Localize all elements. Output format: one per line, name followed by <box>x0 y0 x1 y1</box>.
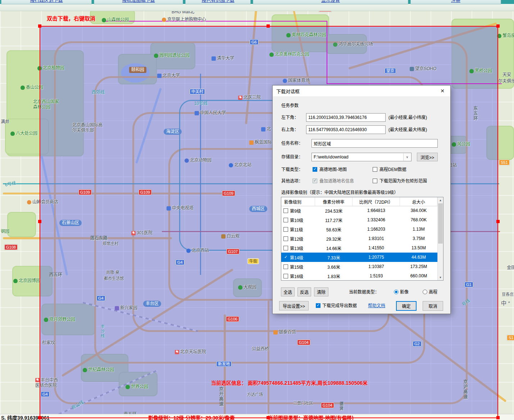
field-label: 存储目录： <box>281 153 303 161</box>
toolbar-tab[interactable]: 显示设置 <box>253 0 408 4</box>
ok-button[interactable]: 确定 <box>396 301 417 311</box>
scroll-thumb[interactable] <box>438 203 443 244</box>
level-row[interactable]: 第12级29.32米1:831013.75M <box>281 234 437 243</box>
level-row[interactable]: 第15级3.66米1:10387173.25M <box>281 262 437 271</box>
road-badge: G108 <box>4 244 18 250</box>
column-header[interactable]: 比例尺（72DPI） <box>352 197 400 206</box>
radio-label: 影像 <box>400 288 409 296</box>
selection-handle[interactable] <box>38 24 41 28</box>
level-label: 第9级 <box>290 208 301 214</box>
toolbar-tab[interactable]: 注册 <box>410 0 501 4</box>
invert-selection-button[interactable]: 反选 <box>297 287 311 296</box>
level-checkbox[interactable] <box>283 246 288 250</box>
selection-handle[interactable] <box>496 220 500 223</box>
selection-handle[interactable] <box>496 24 500 28</box>
map-label: 6号线 <box>5 180 17 188</box>
map-type-checkbox[interactable] <box>313 167 317 172</box>
level-row[interactable]: 第16级1.83米1:5193660.00M <box>281 271 437 281</box>
cart-icon <box>27 200 31 204</box>
level-table-body: 第9级234.53米1:664813384.00K第10级117.27米1:33… <box>281 206 437 281</box>
min-coord-input[interactable] <box>306 113 386 122</box>
toolbar-tab[interactable]: 按标准图幅下载 <box>94 0 183 4</box>
resolution-cell: 1.83米 <box>315 273 352 279</box>
column-header[interactable]: 影像级别 <box>281 197 315 206</box>
level-checkbox[interactable] <box>283 255 288 260</box>
level-cell: 第9级 <box>281 208 315 214</box>
selection-handle[interactable] <box>496 416 500 419</box>
browse-button[interactable]: 浏览>> <box>417 153 438 161</box>
level-row[interactable]: 第11级58.63米1:1662031.13M <box>281 225 437 234</box>
radio-label: 高程 <box>429 288 437 296</box>
map-label: 钢园 <box>1 229 9 234</box>
level-row[interactable]: 第13级14.66米1:4155013.50M <box>281 243 437 253</box>
export-settings-button[interactable]: 导出设置>> <box>279 301 309 310</box>
export-after-download-checkbox[interactable] <box>316 303 320 308</box>
max-coord-input[interactable] <box>306 125 386 134</box>
cart-icon <box>162 18 166 22</box>
level-checkbox[interactable] <box>283 236 288 241</box>
task-name-input[interactable] <box>311 139 438 148</box>
data-type-label: 当前数据类型： <box>349 288 379 296</box>
dem-type-checkbox[interactable] <box>373 167 377 172</box>
storage-dir-combobox[interactable]: F:\weitu\download ∨ <box>311 153 411 161</box>
cancel-button[interactable]: 取消 <box>423 301 443 311</box>
level-cell: 第10级 <box>281 217 315 223</box>
level-cell: 第13级 <box>281 245 315 251</box>
close-icon[interactable]: ✕ <box>435 86 450 96</box>
resolution-cell: 29.32米 <box>315 236 352 242</box>
field-hint: (最小经度,最小纬度) <box>388 113 427 122</box>
toolbar-tab[interactable]: 按已有范围下载 <box>185 0 251 4</box>
checkbox-label: 高德地图-地图 <box>319 165 347 174</box>
tree-icon <box>21 86 25 90</box>
size-cell: 3.75M <box>400 236 437 241</box>
level-table: 影像级别 像素分辨率 比例尺（72DPI） 总大小 第9级234.53米1:66… <box>281 197 444 281</box>
map-label: 中 ° <box>501 300 510 307</box>
scroll-down-icon[interactable]: ▼ <box>438 274 443 280</box>
level-cell: 第11级 <box>281 226 315 232</box>
level-section-title: 选择影像级别（提示：中国大陆地区目前影像最高等级19级） <box>281 188 398 197</box>
map-label: 北京园博园 <box>13 278 40 283</box>
clear-button[interactable]: 清除 <box>314 287 328 296</box>
resolution-cell: 7.33米 <box>315 254 352 260</box>
scale-cell: 1:332406 <box>352 217 400 222</box>
column-header[interactable]: 像素分辨率 <box>315 197 352 206</box>
checkbox-label: 下载完成导出数据 <box>322 301 357 310</box>
table-scrollbar[interactable]: ▲ ▼ <box>437 197 443 280</box>
size-cell: 384.00K <box>400 208 437 213</box>
selection-handle[interactable] <box>38 220 41 223</box>
level-checkbox[interactable] <box>283 274 288 278</box>
toolbar-tab[interactable]: 按行政区划下载 <box>1 0 92 4</box>
elevation-radio[interactable] <box>423 290 427 294</box>
column-header[interactable]: 总大小 <box>400 197 437 206</box>
size-cell: 173.25M <box>400 264 437 269</box>
selection-handle[interactable] <box>38 416 41 419</box>
chevron-down-icon[interactable]: ∨ <box>403 153 411 161</box>
dialog-titlebar[interactable]: 下载对话框 ✕ <box>273 86 450 96</box>
scroll-up-icon[interactable]: ▲ <box>438 197 443 203</box>
tree-icon <box>10 131 15 136</box>
size-cell: 768.00K <box>400 217 437 222</box>
level-row[interactable]: 第9级234.53米1:664813384.00K <box>281 206 437 215</box>
download-dialog: 下载对话框 ✕ 任务参数 左下角： (最小经度,最小纬度) 右上角： (最大经度… <box>272 85 451 314</box>
selection-handle[interactable] <box>267 24 270 28</box>
selection-handle[interactable] <box>267 416 270 419</box>
size-cell: 1.13M <box>400 227 437 232</box>
resolution-cell: 58.63米 <box>315 226 352 232</box>
level-row[interactable]: 第14级7.33米1:2077544.63M <box>281 253 437 262</box>
level-row[interactable]: 第10级117.27米1:332406768.00K <box>281 215 437 225</box>
size-cell: 13.50M <box>400 245 437 250</box>
level-checkbox[interactable] <box>283 208 288 213</box>
level-cell: 第12级 <box>281 236 315 242</box>
map-hint-text: 双击下载，右键取消 <box>47 14 95 22</box>
level-label: 第12级 <box>290 236 303 242</box>
bounding-rect-checkbox[interactable] <box>373 179 377 183</box>
level-checkbox[interactable] <box>283 227 288 232</box>
help-doc-link[interactable]: 帮助文档 <box>368 301 385 310</box>
checkbox-label: 高程DEM数据 <box>379 165 406 174</box>
image-radio[interactable] <box>394 290 399 294</box>
level-checkbox[interactable] <box>283 264 288 269</box>
scale-cell: 1:41550 <box>352 245 400 250</box>
select-all-button[interactable]: 全选 <box>281 287 295 296</box>
level-checkbox[interactable] <box>283 218 288 222</box>
road-badge: S51 <box>499 160 510 165</box>
